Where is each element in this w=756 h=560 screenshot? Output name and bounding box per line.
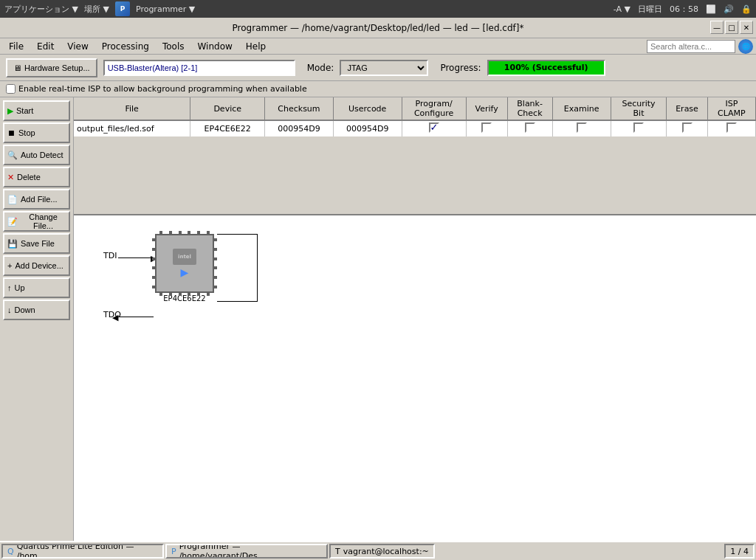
chip-pin [159,291,162,296]
isp-checkbox[interactable] [6,84,16,94]
programmer-icon: P [171,547,176,556]
chip-pin [152,276,157,279]
hardware-setup-button[interactable]: 🖥 Hardware Setup... [6,58,97,77]
blank-check-checkbox[interactable] [525,122,535,133]
chip-pins-left [152,235,157,291]
cell-blank-check[interactable] [507,120,552,136]
col-verify: Verify [466,97,507,120]
cell-erase[interactable] [667,120,707,136]
globe-icon[interactable]: 🌐 [738,39,753,54]
chip-pins-top [157,231,213,235]
cell-verify[interactable] [466,120,507,136]
chip-pin [152,248,157,251]
start-button[interactable]: ▶ Start [3,100,70,121]
progress-bar: 100% (Successful) [487,60,605,76]
progress-label: Progress: [440,63,481,73]
chip-pins-bottom [157,291,213,296]
auto-detect-button[interactable]: 🔍 Auto Detect [3,145,70,165]
minimize-button[interactable]: — [710,21,724,34]
chip-pin [152,286,157,288]
sys-indicator: -A ▼ [614,4,630,14]
window-controls: — □ ✕ [710,21,753,34]
verify-checkbox[interactable] [481,122,492,133]
bracket-right [217,234,258,302]
app-logo: P [115,1,130,16]
search-input[interactable] [647,40,735,53]
system-bar: アプリケーション ▼ 場所 ▼ P Programmer ▼ -A ▼ 日曜日 … [0,0,756,18]
down-button[interactable]: ↓ Down [3,300,70,320]
location-menu[interactable]: 場所 ▼ [84,4,109,15]
menu-edit[interactable]: Edit [31,40,60,53]
isp-row: Enable real-time ISP to allow background… [0,81,756,97]
maximize-button[interactable]: □ [725,21,738,34]
program-checkbox[interactable] [429,122,439,133]
chip-pin [152,257,157,260]
time-display: 06：58 [670,4,698,15]
chip-pin [159,231,162,235]
cell-device: EP4CE6E22 [190,120,265,136]
cell-security[interactable] [611,120,667,136]
tdo-arrowhead: ◀ [112,313,118,322]
up-button[interactable]: ↑ Up [3,277,70,298]
taskbar-programmer[interactable]: P Programmer — /home/vagrant/Des... [165,544,328,559]
security-checkbox[interactable] [633,122,644,133]
menu-processing[interactable]: Processing [96,40,155,53]
day-display: 日曜日 [638,4,662,15]
table-area: File Device Checksum Usercode Program/Co… [74,97,756,215]
window-title: Programmer — /home/vagrant/Desktop/led/l… [233,23,524,33]
chip-pin [179,291,182,296]
chip-pin [169,291,172,296]
stop-button[interactable]: ⏹ Stop [3,122,70,143]
taskbar-terminal[interactable]: T vagrant@localhost:~ [329,544,435,559]
app-menu[interactable]: アプリケーション ▼ [4,4,78,15]
col-isp-clamp: ISPCLAMP [707,97,755,120]
network-icon: 🔒 [741,4,752,14]
add-device-icon: + [7,261,12,270]
isp-clamp-checkbox[interactable] [726,122,737,133]
add-file-icon: 📄 [7,195,18,204]
col-device: Device [190,97,265,120]
stop-icon: ⏹ [7,128,16,137]
speaker-icon: 🔊 [724,4,734,14]
up-icon: ↑ [7,283,12,292]
col-erase: Erase [667,97,707,120]
page-info: 1 / 4 [724,544,755,559]
col-usercode: Usercode [333,97,402,120]
chip-pin [152,238,157,241]
mode-label: Mode: [307,63,334,73]
col-checksum: Checksum [265,97,334,120]
add-device-button[interactable]: + Add Device... [3,255,70,276]
cable-input[interactable] [103,60,295,76]
close-button[interactable]: ✕ [740,21,753,34]
examine-checkbox[interactable] [577,122,587,133]
terminal-icon: T [335,547,340,556]
change-file-button[interactable]: 📝 Change File... [3,211,70,232]
auto-detect-icon: 🔍 [7,151,18,160]
chip-pin [197,231,200,235]
cell-isp-clamp[interactable] [707,120,755,136]
cell-usercode: 000954D9 [333,120,402,136]
chip-pin [197,291,200,296]
menu-tools[interactable]: Tools [157,40,190,53]
save-file-button[interactable]: 💾 Save File [3,233,70,254]
col-examine: Examine [552,97,611,120]
erase-checkbox[interactable] [682,122,693,133]
chip-container: intel ▶ EP4CE6E22 [155,234,214,303]
taskbar-quartus[interactable]: Q Quartus Prime Lite Edition — /hom... [1,544,164,559]
chip-pin [188,231,190,235]
col-file: File [74,97,190,120]
monitor-icon: ⬜ [706,4,716,14]
cell-examine[interactable] [552,120,611,136]
add-file-button[interactable]: 📄 Add File... [3,189,70,210]
menu-file[interactable]: File [3,40,30,53]
quartus-icon: Q [7,547,14,556]
hardware-setup-icon: 🖥 [13,63,21,72]
delete-icon: ✕ [7,173,14,182]
menu-help[interactable]: Help [240,40,272,53]
cell-program[interactable] [402,120,466,136]
mode-select[interactable]: JTAG Active Serial Passive Serial [340,60,428,76]
delete-button[interactable]: ✕ Delete [3,167,70,187]
menu-view[interactable]: View [61,40,94,53]
programmer-menu[interactable]: Programmer ▼ [136,4,195,14]
menu-window[interactable]: Window [191,40,238,53]
